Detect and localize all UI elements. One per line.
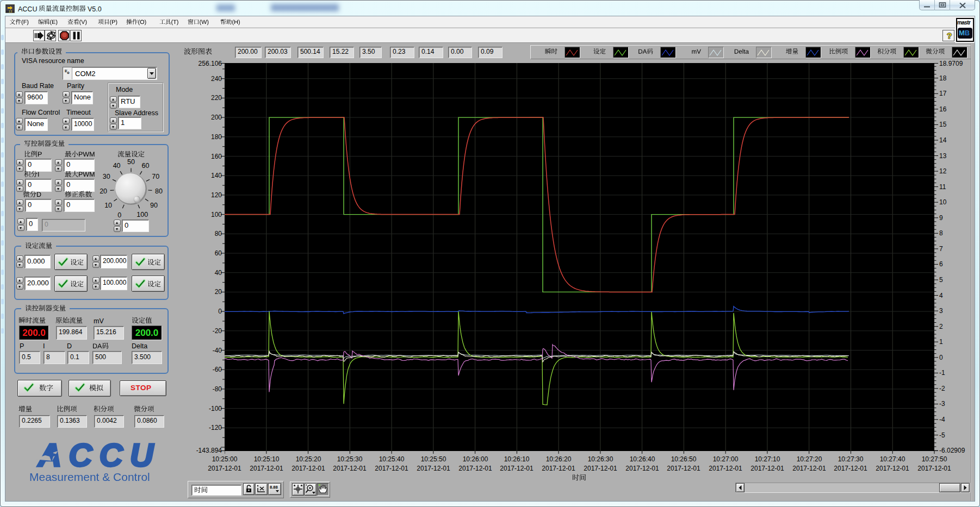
- svg-text:60: 60: [141, 162, 149, 170]
- svg-text:40: 40: [113, 162, 121, 170]
- svg-text:20: 20: [100, 187, 107, 195]
- svg-text:0: 0: [117, 211, 121, 219]
- svg-text:30: 30: [103, 173, 110, 180]
- svg-text:90: 90: [150, 202, 158, 209]
- svg-text:100: 100: [137, 211, 148, 218]
- svg-text:13: 13: [9, 10, 13, 13]
- svg-text:80: 80: [155, 187, 163, 195]
- svg-text:70: 70: [152, 173, 159, 180]
- svg-text:50: 50: [127, 158, 135, 166]
- svg-text:10: 10: [104, 202, 112, 209]
